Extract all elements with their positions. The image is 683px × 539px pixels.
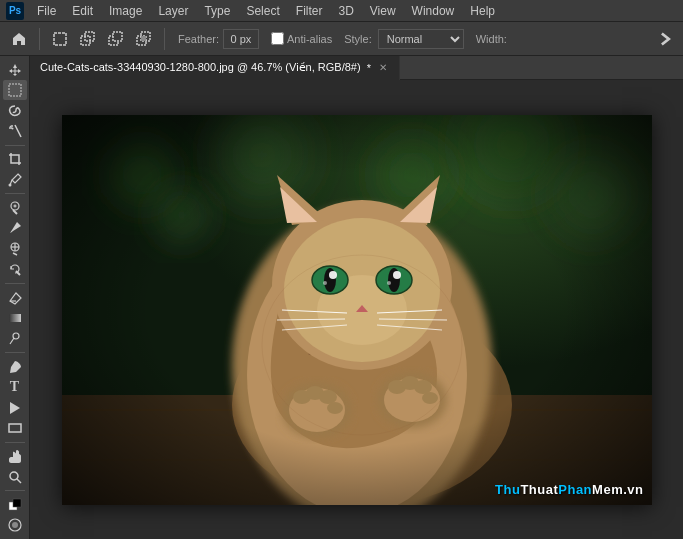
style-select[interactable]: Normal Fixed Ratio Fixed Size: [378, 29, 464, 49]
canvas-frame: ThuThuatPhanMem.vn: [62, 115, 652, 505]
svg-marker-8: [9, 64, 21, 76]
svg-rect-28: [9, 424, 21, 432]
cat-svg: [62, 115, 652, 505]
tool-spot-heal[interactable]: [3, 198, 27, 217]
svg-line-10: [15, 125, 21, 137]
left-sep4: [5, 352, 25, 353]
left-toolbar: T: [0, 56, 30, 539]
watermark: ThuThuatPhanMem.vn: [495, 482, 643, 497]
menu-view[interactable]: View: [363, 2, 403, 20]
svg-marker-27: [10, 402, 20, 414]
tool-shape[interactable]: [3, 418, 27, 437]
watermark-thu: Thu: [495, 482, 520, 497]
tab-filename: Cute-Cats-cats-33440930-1280-800.jpg @ 4…: [40, 61, 361, 74]
menu-filter[interactable]: Filter: [289, 2, 330, 20]
document-canvas[interactable]: ThuThuatPhanMem.vn: [30, 80, 683, 539]
home-button[interactable]: [6, 26, 32, 52]
back-arrow-btn[interactable]: [655, 28, 677, 50]
svg-point-14: [11, 128, 13, 130]
left-sep3: [5, 283, 25, 284]
feather-input[interactable]: [223, 29, 259, 49]
back-arrow-icon: [655, 28, 677, 50]
tool-dodge[interactable]: [3, 329, 27, 348]
sep2: [164, 28, 165, 50]
tool-brush[interactable]: [3, 219, 27, 238]
cat-image: ThuThuatPhanMem.vn: [62, 115, 652, 505]
tool-clone[interactable]: [3, 239, 27, 258]
menu-bar: Ps File Edit Image Layer Type Select Fil…: [0, 0, 683, 22]
menu-edit[interactable]: Edit: [65, 2, 100, 20]
menu-help[interactable]: Help: [463, 2, 502, 20]
type-icon: T: [10, 379, 19, 395]
tool-hand[interactable]: [3, 447, 27, 466]
watermark-thuat: Thuat: [520, 482, 558, 497]
svg-point-34: [12, 522, 18, 528]
left-sep1: [5, 145, 25, 146]
svg-rect-4: [113, 32, 122, 41]
menu-3d[interactable]: 3D: [331, 2, 360, 20]
menu-window[interactable]: Window: [405, 2, 462, 20]
marquee-mode-group: [47, 26, 157, 52]
svg-rect-7: [141, 36, 146, 41]
svg-rect-9: [9, 84, 21, 96]
svg-rect-90: [62, 115, 652, 505]
options-toolbar: Feather: Anti-alias Style: Normal Fixed …: [0, 22, 683, 56]
svg-point-29: [10, 472, 18, 480]
tool-type[interactable]: T: [3, 377, 27, 396]
anti-alias-checkbox[interactable]: [271, 32, 284, 45]
tool-crop[interactable]: [3, 150, 27, 169]
left-sep6: [5, 490, 25, 491]
tool-pen[interactable]: [3, 357, 27, 376]
document-tab[interactable]: Cute-Cats-cats-33440930-1280-800.jpg @ 4…: [30, 56, 400, 80]
menu-image[interactable]: Image: [102, 2, 149, 20]
tool-marquee[interactable]: [3, 80, 27, 99]
subtract-selection-btn[interactable]: [103, 26, 129, 52]
tool-move[interactable]: [3, 60, 27, 79]
main-area: T Cute-Cats-cats-33440930-1280-800.jpg @…: [0, 56, 683, 539]
home-icon: [11, 31, 27, 47]
tool-eyedropper[interactable]: [3, 170, 27, 189]
tool-lasso[interactable]: [3, 101, 27, 120]
svg-rect-24: [9, 314, 21, 322]
tool-path-select[interactable]: [3, 398, 27, 417]
menu-layer[interactable]: Layer: [151, 2, 195, 20]
subtract-selection-icon: [108, 31, 124, 47]
menu-select[interactable]: Select: [239, 2, 286, 20]
svg-line-12: [10, 126, 11, 127]
new-selection-icon: [52, 31, 68, 47]
intersect-selection-btn[interactable]: [131, 26, 157, 52]
sep1: [39, 28, 40, 50]
watermark-phan: Phan: [558, 482, 592, 497]
tool-eraser[interactable]: [3, 288, 27, 307]
tab-close-btn[interactable]: ✕: [377, 62, 389, 74]
style-label: Style:: [344, 33, 372, 45]
tab-modified: *: [367, 62, 371, 74]
add-selection-icon: [80, 31, 96, 47]
tool-foreground-bg[interactable]: [3, 495, 27, 514]
tool-magic-wand[interactable]: [3, 121, 27, 140]
new-selection-btn[interactable]: [47, 26, 73, 52]
intersect-selection-icon: [136, 31, 152, 47]
svg-line-30: [17, 479, 21, 483]
svg-point-16: [8, 183, 11, 186]
tool-gradient[interactable]: [3, 308, 27, 327]
anti-alias-group: Anti-alias: [271, 32, 332, 45]
tab-bar: Cute-Cats-cats-33440930-1280-800.jpg @ 4…: [30, 56, 683, 80]
add-selection-btn[interactable]: [75, 26, 101, 52]
tool-zoom[interactable]: [3, 467, 27, 486]
left-sep5: [5, 442, 25, 443]
width-label: Width:: [476, 33, 507, 45]
svg-rect-0: [54, 33, 66, 45]
watermark-vn: .vn: [623, 482, 643, 497]
anti-alias-label: Anti-alias: [287, 33, 332, 45]
left-sep2: [5, 193, 25, 194]
svg-line-26: [10, 338, 14, 344]
tool-history-brush[interactable]: [3, 260, 27, 279]
svg-rect-32: [13, 499, 21, 507]
tool-quick-mask[interactable]: [3, 516, 27, 535]
watermark-mem: Mem: [592, 482, 623, 497]
menu-type[interactable]: Type: [197, 2, 237, 20]
canvas-area: Cute-Cats-cats-33440930-1280-800.jpg @ 4…: [30, 56, 683, 539]
ps-logo: Ps: [6, 2, 24, 20]
menu-file[interactable]: File: [30, 2, 63, 20]
